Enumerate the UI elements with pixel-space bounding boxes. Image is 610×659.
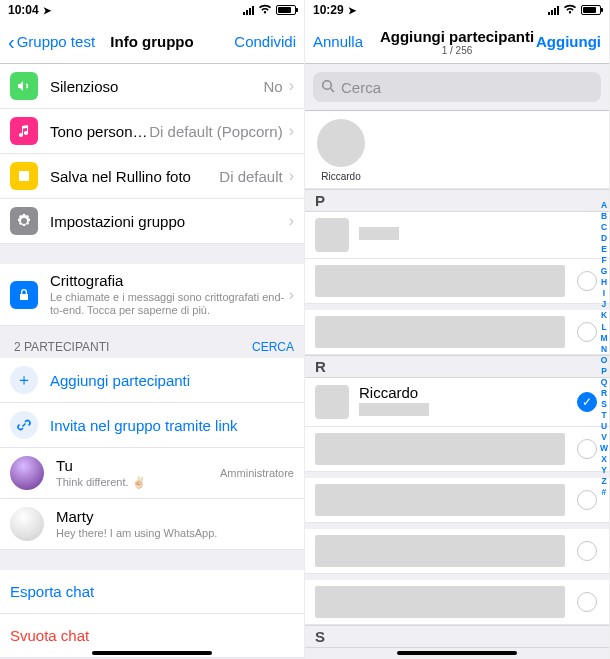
- music-icon: [10, 117, 38, 145]
- contact-row-riccardo[interactable]: Riccardo ✓: [305, 378, 609, 427]
- nav-bar: Annulla Aggiungi partecipanti 1 / 256 Ag…: [305, 20, 609, 64]
- battery-icon: [581, 5, 601, 15]
- invite-link-button[interactable]: Invita nel gruppo tramite link: [0, 403, 304, 448]
- contact-row[interactable]: [305, 259, 609, 304]
- link-icon: [10, 411, 38, 439]
- download-image-icon: [10, 162, 38, 190]
- radio-unchecked-icon[interactable]: [577, 490, 597, 510]
- radio-unchecked-icon[interactable]: [577, 592, 597, 612]
- plus-icon: ＋: [10, 366, 38, 394]
- participants-header: 2 PARTECIPANTI CERCA: [0, 326, 304, 358]
- share-button[interactable]: Condividi: [234, 33, 296, 50]
- contact-row[interactable]: [305, 212, 609, 259]
- section-letter-p: P: [305, 189, 609, 212]
- chevron-right-icon: ›: [289, 212, 294, 230]
- chevron-right-icon: ›: [289, 167, 294, 185]
- avatar: [317, 119, 365, 167]
- radio-checked-icon[interactable]: ✓: [577, 392, 597, 412]
- contact-row[interactable]: [305, 310, 609, 355]
- group-info-screen: 10:04 ➤ ‹ Gruppo test Info gruppo Condiv…: [0, 0, 305, 659]
- contact-row[interactable]: [305, 427, 609, 472]
- export-chat-button[interactable]: Esporta chat: [0, 570, 304, 614]
- admin-label: Amministratore: [220, 467, 294, 479]
- add-participants-button[interactable]: ＋ Aggiungi partecipanti: [0, 358, 304, 403]
- avatar: [315, 218, 349, 252]
- location-icon: ➤: [348, 5, 356, 16]
- selected-chip-riccardo[interactable]: Riccardo: [315, 119, 367, 182]
- chevron-right-icon: ›: [289, 122, 294, 140]
- home-indicator[interactable]: [92, 651, 212, 655]
- status-time: 10:04 ➤: [8, 3, 51, 17]
- selected-contacts: Riccardo: [305, 111, 609, 189]
- nav-bar: ‹ Gruppo test Info gruppo Condividi: [0, 20, 304, 64]
- back-button[interactable]: ‹ Gruppo test: [8, 32, 95, 52]
- wifi-icon: [563, 4, 577, 16]
- section-index[interactable]: ABCDEFGHIJKLMNOPQRSTUVWXYZ#: [600, 200, 608, 498]
- radio-unchecked-icon[interactable]: [577, 271, 597, 291]
- chevron-right-icon: ›: [289, 286, 294, 304]
- contact-row[interactable]: [305, 478, 609, 523]
- row-silent[interactable]: Silenzioso No ›: [0, 64, 304, 109]
- cancel-button[interactable]: Annulla: [313, 33, 363, 50]
- contact-row[interactable]: [305, 580, 609, 625]
- radio-unchecked-icon[interactable]: [577, 439, 597, 459]
- status-bar: 10:29➤: [305, 0, 609, 20]
- chevron-left-icon: ‹: [8, 32, 15, 52]
- chevron-right-icon: ›: [289, 77, 294, 95]
- location-icon: ➤: [43, 5, 51, 16]
- wifi-icon: [258, 4, 272, 16]
- section-letter-r: R: [305, 355, 609, 378]
- svg-point-0: [323, 80, 332, 89]
- lock-icon: [10, 281, 38, 309]
- row-group-settings[interactable]: Impostazioni gruppo ›: [0, 199, 304, 244]
- battery-icon: [276, 5, 296, 15]
- signal-icon: [243, 6, 254, 15]
- avatar: [10, 456, 44, 490]
- home-indicator[interactable]: [397, 651, 517, 655]
- add-button[interactable]: Aggiungi: [536, 33, 601, 50]
- row-encryption[interactable]: Crittografia Le chiamate e i messaggi so…: [0, 264, 304, 326]
- radio-unchecked-icon[interactable]: [577, 541, 597, 561]
- search-input[interactable]: Cerca: [313, 72, 601, 102]
- add-participants-screen: 10:29➤ Annulla Aggiungi partecipanti 1 /…: [305, 0, 610, 659]
- row-save-camera-roll[interactable]: Salva nel Rullino foto Di default ›: [0, 154, 304, 199]
- search-icon: [321, 79, 335, 96]
- signal-icon: [548, 6, 559, 15]
- contact-row[interactable]: [305, 529, 609, 574]
- participant-you[interactable]: Tu Think different. ✌🏻 Amministratore: [0, 448, 304, 499]
- status-bar: 10:04 ➤: [0, 0, 304, 20]
- speaker-icon: [10, 72, 38, 100]
- search-participants-button[interactable]: CERCA: [252, 340, 294, 354]
- avatar: [315, 385, 349, 419]
- row-tone[interactable]: Tono personalizza… Di default (Popcorn) …: [0, 109, 304, 154]
- gear-icon: [10, 207, 38, 235]
- search-bar: Cerca: [305, 64, 609, 111]
- participant-marty[interactable]: Marty Hey there! I am using WhatsApp.: [0, 499, 304, 550]
- radio-unchecked-icon[interactable]: [577, 322, 597, 342]
- section-letter-s: S: [305, 625, 609, 648]
- avatar: [10, 507, 44, 541]
